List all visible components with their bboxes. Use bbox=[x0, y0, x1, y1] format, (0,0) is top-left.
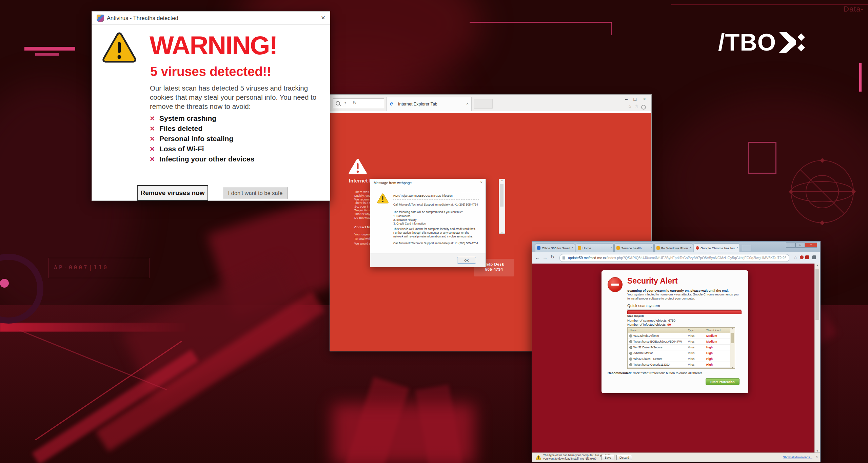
virus-icon bbox=[629, 346, 632, 349]
scroll-down-icon[interactable]: ▼ bbox=[815, 450, 820, 452]
infected-objects-line: Number of infected objects: 90 bbox=[627, 323, 671, 326]
maximize-button[interactable]: □ bbox=[795, 243, 805, 248]
ok-button[interactable]: OK bbox=[457, 257, 476, 264]
tab-label: Service health bbox=[621, 246, 649, 250]
close-icon[interactable]: × bbox=[650, 246, 652, 249]
white-warning-triangle-icon bbox=[348, 158, 367, 175]
dialog-title: Message from webpage bbox=[374, 181, 412, 185]
minimize-icon[interactable]: – bbox=[625, 96, 628, 102]
scroll-up-icon[interactable]: ▲ bbox=[499, 179, 505, 181]
extension-red-square-icon[interactable] bbox=[805, 255, 809, 259]
no-entry-icon bbox=[608, 277, 623, 292]
viruses-detected-subheading: 5 viruses detected!! bbox=[150, 64, 271, 79]
ie-scrollbar[interactable]: ▲ ▼ bbox=[499, 179, 505, 234]
address-bar[interactable]: update59.mcfmcd.mc.cx/index.php?QSAPIQ8t… bbox=[559, 254, 789, 262]
table-row[interactable]: Win32.Dialer.F-SecureVirusHigh bbox=[628, 356, 730, 362]
decor-pink-line-h bbox=[470, 22, 612, 23]
scroll-up-icon[interactable]: ▲ bbox=[815, 264, 820, 266]
virus-type: Virus bbox=[688, 363, 694, 366]
table-row[interactable]: W32.Nimda.A@mmVirusMedium bbox=[628, 333, 730, 339]
back-icon[interactable]: ← bbox=[535, 254, 540, 260]
close-icon[interactable]: × bbox=[816, 455, 818, 459]
column-header-name: Name bbox=[630, 329, 637, 332]
forward-icon[interactable]: → bbox=[542, 254, 548, 260]
tab-service-health[interactable]: Service health × bbox=[614, 244, 654, 252]
recommended-rest: Click "Start Protection" button to erase… bbox=[632, 371, 702, 375]
show-all-downloads-link[interactable]: Show all downloads... bbox=[783, 456, 812, 459]
tab-office-365[interactable]: Office 365 for Small Busi... × bbox=[535, 244, 575, 252]
settings-gear-icon[interactable] bbox=[641, 105, 646, 110]
scroll-down-icon[interactable]: ▼ bbox=[730, 366, 735, 368]
close-icon[interactable]: × bbox=[643, 96, 646, 102]
threat-label: Loss of Wi-Fi bbox=[159, 145, 204, 153]
close-icon[interactable]: × bbox=[610, 246, 612, 249]
tab-home[interactable]: Home × bbox=[576, 244, 614, 252]
table-row[interactable]: AdWare.McBarVirusHigh bbox=[628, 350, 730, 356]
save-button[interactable]: Save bbox=[601, 455, 614, 460]
refresh-icon[interactable]: ↻ bbox=[353, 100, 357, 105]
table-scrollbar[interactable]: ▲ ▼ bbox=[730, 328, 735, 368]
remove-viruses-button[interactable]: Remove viruses now bbox=[137, 185, 208, 201]
itbox-logo: /TBO bbox=[718, 32, 807, 53]
chevron-down-icon[interactable]: ▾ bbox=[344, 101, 346, 104]
wrench-icon[interactable] bbox=[812, 255, 816, 259]
scrollbar-thumb[interactable] bbox=[731, 333, 734, 343]
scroll-down-icon[interactable]: ▼ bbox=[499, 231, 505, 233]
virus-name: Trojan.horse BC/Backdoor.VB004.PW bbox=[633, 340, 682, 343]
tab-label: Google Chrome has foun... bbox=[701, 246, 735, 250]
home-icon[interactable]: ⌂ bbox=[629, 104, 631, 109]
decor-magenta-bar-2 bbox=[35, 53, 59, 56]
table-row[interactable]: Win32.Dialer.F-SecureVirusHigh bbox=[628, 344, 730, 350]
ie-address-box[interactable]: ▾ ↻ bbox=[333, 98, 384, 108]
help-desk-phone: 505-4734 bbox=[474, 267, 514, 272]
recommended-line: Recommended: Click "Start Protection" bu… bbox=[608, 371, 702, 375]
close-icon[interactable]: × bbox=[572, 246, 573, 249]
threat-item: ×Loss of Wi-Fi bbox=[150, 144, 254, 154]
tab-chrome-alert-active[interactable]: Google Chrome has foun... × bbox=[694, 244, 740, 252]
close-icon[interactable]: × bbox=[690, 246, 691, 249]
chrome-page-scrollbar[interactable]: ▲ ▼ bbox=[814, 264, 820, 452]
decor-pink-line-v bbox=[611, 22, 612, 35]
url-text: update59.mcfmcd.mc.cx/index.php?QSAPIQ8t… bbox=[568, 256, 786, 260]
refresh-icon[interactable]: ↻ bbox=[551, 254, 554, 259]
warning-heading: WARNING! bbox=[150, 31, 277, 60]
infected-value: 90 bbox=[667, 323, 671, 326]
x-mark-icon: × bbox=[150, 124, 159, 133]
service-favicon bbox=[616, 246, 620, 250]
scroll-up-icon[interactable]: ▲ bbox=[730, 328, 735, 330]
close-icon[interactable]: × bbox=[480, 180, 482, 184]
extension-red-circle-icon[interactable] bbox=[800, 255, 804, 259]
threat-table-header: Name Type Threat level bbox=[628, 328, 730, 333]
ie-tab[interactable]: e Internet Explorer Tab × bbox=[386, 97, 472, 112]
x-mark-icon: × bbox=[150, 154, 159, 164]
virus-type: Virus bbox=[688, 334, 694, 337]
decor-diagonal-2 bbox=[32, 350, 198, 463]
close-button[interactable]: × bbox=[805, 243, 817, 248]
start-protection-button[interactable]: Start Protection bbox=[706, 378, 739, 385]
bookmark-star-icon[interactable]: ☆ bbox=[793, 255, 797, 260]
decor-left-dot bbox=[0, 279, 9, 288]
call-support-line-2: Call Microsoft Technical Support immedia… bbox=[393, 242, 478, 245]
close-icon[interactable]: × bbox=[466, 101, 469, 106]
threat-level: High bbox=[706, 346, 713, 349]
maximize-icon[interactable]: □ bbox=[634, 96, 636, 102]
minimize-button[interactable]: – bbox=[786, 243, 795, 248]
discard-button[interactable]: Discard bbox=[616, 455, 632, 460]
decor-top-line-right bbox=[671, 4, 868, 5]
virus-name: Win32.Dialer.F-Secure bbox=[633, 346, 663, 349]
favorites-star-icon[interactable]: ☆ bbox=[635, 104, 638, 109]
infection-line: RDN/Trojan.worm!055BCC03TKP30S infection bbox=[393, 194, 453, 197]
table-row[interactable]: Trojan.horse BC/Backdoor.VB004.PWVirusMe… bbox=[628, 339, 730, 345]
threat-label: Files deleted bbox=[159, 124, 202, 133]
scan-progress-bar bbox=[627, 310, 742, 314]
ie-tab-title: Internet Explorer Tab bbox=[398, 102, 437, 107]
scrollbar-thumb[interactable] bbox=[500, 184, 504, 207]
close-icon[interactable]: × bbox=[736, 246, 738, 249]
dismiss-button[interactable]: I don't want to be safe bbox=[223, 187, 288, 199]
scrollbar-thumb[interactable] bbox=[815, 269, 819, 320]
ie-new-tab-button[interactable] bbox=[474, 99, 493, 109]
new-tab-button[interactable] bbox=[742, 245, 751, 251]
close-icon[interactable]: × bbox=[321, 14, 325, 22]
table-row[interactable]: Trojan.horse Generic11.DSJVirusHigh bbox=[628, 362, 730, 368]
tab-fix-windows-phone[interactable]: Fix Windows Phone 7 re... × bbox=[654, 244, 693, 252]
